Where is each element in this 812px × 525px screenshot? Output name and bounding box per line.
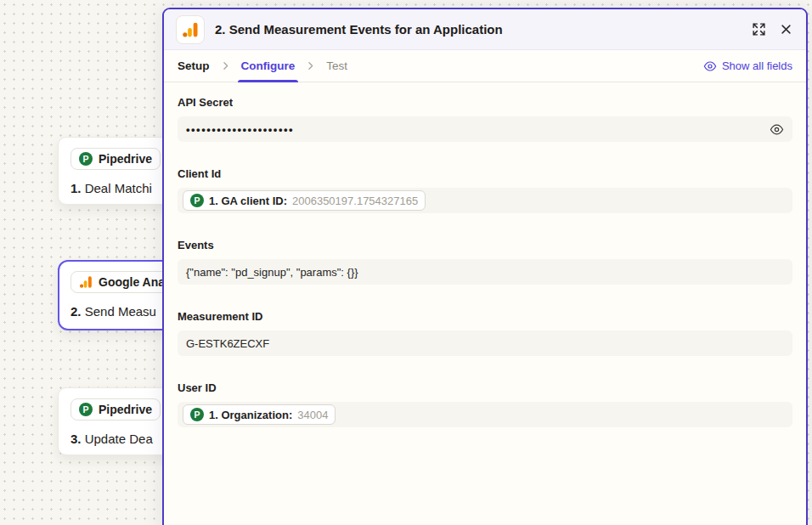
- eye-icon: [703, 59, 717, 73]
- chevron-right-icon: [220, 60, 231, 71]
- events-value: {"name": "pd_signup", "params": {}}: [186, 266, 358, 279]
- show-all-fields-label: Show all fields: [722, 59, 792, 72]
- field-group-events: Events {"name": "pd_signup", "params": {…: [178, 239, 792, 285]
- chip-value: 2006350197.1754327165: [292, 195, 418, 207]
- app-icon-box: [176, 15, 205, 44]
- tab-test[interactable]: Test: [326, 59, 347, 72]
- tab-configure[interactable]: Configure: [241, 50, 296, 82]
- field-group-user-id: User ID P 1. Organization: 34004: [178, 381, 792, 427]
- field-label: API Secret: [178, 96, 792, 109]
- field-label: Measurement ID: [178, 310, 792, 323]
- step-label: Update Dea: [85, 432, 153, 446]
- pipedrive-icon: P: [190, 194, 204, 207]
- events-input[interactable]: {"name": "pd_signup", "params": {}}: [178, 259, 792, 285]
- step-number: 2.: [70, 304, 82, 319]
- panel-title: 2. Send Measurement Events for an Applic…: [215, 22, 742, 37]
- client-id-input[interactable]: P 1. GA client ID: 2006350197.1754327165: [178, 188, 792, 213]
- pipedrive-icon: P: [79, 403, 93, 416]
- field-group-client-id: Client Id P 1. GA client ID: 2006350197.…: [178, 167, 792, 213]
- mapped-field-chip-organization[interactable]: P 1. Organization: 34004: [183, 404, 336, 425]
- show-all-fields-button[interactable]: Show all fields: [703, 59, 792, 73]
- header-actions: [752, 22, 792, 37]
- app-badge-pipedrive: P Pipedrive: [70, 398, 161, 421]
- field-label: Events: [178, 239, 792, 251]
- app-badge-pipedrive: P Pipedrive: [70, 148, 161, 170]
- field-group-measurement-id: Measurement ID G-ESTK6ZECXF: [178, 310, 792, 356]
- measurement-id-value: G-ESTK6ZECXF: [186, 337, 269, 350]
- step-title: 1. Deal Matchi: [70, 181, 176, 195]
- step-number: 3.: [70, 432, 82, 446]
- step-config-panel: 2. Send Measurement Events for an Applic…: [162, 8, 808, 525]
- step-number: 1.: [70, 181, 82, 195]
- mapped-field-chip-ga-client-id[interactable]: P 1. GA client ID: 2006350197.1754327165: [183, 190, 426, 211]
- panel-header: 2. Send Measurement Events for an Applic…: [164, 9, 806, 50]
- app-badge-label: Google Ana: [99, 275, 165, 289]
- field-group-api-secret: API Secret •••••••••••••••••••••: [178, 96, 792, 142]
- masked-value: •••••••••••••••••••••: [186, 123, 294, 136]
- step-title: 3. Update Dea: [70, 432, 176, 446]
- user-id-input[interactable]: P 1. Organization: 34004: [178, 402, 792, 427]
- chevron-right-icon: [305, 60, 316, 71]
- chip-value: 34004: [297, 409, 328, 421]
- panel-body: API Secret ••••••••••••••••••••• Client …: [164, 82, 806, 453]
- chip-label: 1. Organization:: [209, 409, 292, 421]
- field-label: User ID: [178, 381, 792, 394]
- api-secret-input[interactable]: •••••••••••••••••••••: [178, 116, 792, 142]
- tab-setup[interactable]: Setup: [178, 59, 210, 72]
- reveal-secret-eye-icon[interactable]: [770, 122, 784, 137]
- close-icon[interactable]: [780, 23, 792, 36]
- field-label: Client Id: [178, 167, 792, 180]
- app-badge-google-analytics: Google Ana: [70, 271, 173, 293]
- step-label: Send Measu: [85, 304, 156, 319]
- app-badge-label: Pipedrive: [99, 403, 152, 416]
- app-badge-label: Pipedrive: [99, 152, 152, 166]
- step-title: 2. Send Measu: [70, 304, 176, 319]
- pipedrive-icon: P: [190, 408, 204, 421]
- measurement-id-input[interactable]: G-ESTK6ZECXF: [178, 330, 792, 356]
- google-analytics-icon: [79, 275, 93, 289]
- chip-label: 1. GA client ID:: [209, 195, 287, 207]
- step-label: Deal Matchi: [85, 181, 152, 195]
- pipedrive-icon: P: [79, 152, 93, 166]
- step-breadcrumb-tabs: Setup Configure Test Show all fields: [164, 50, 806, 82]
- expand-icon[interactable]: [752, 22, 766, 37]
- google-analytics-icon: [182, 21, 199, 38]
